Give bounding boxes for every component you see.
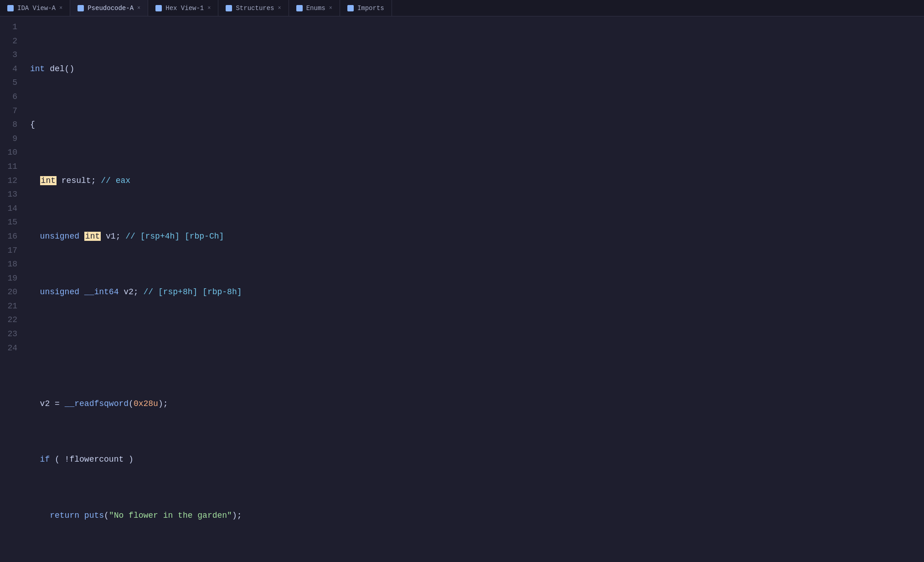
tab-icon-hex: [155, 5, 162, 11]
line-num-19: 19: [4, 271, 17, 286]
code-area: 1 2 3 4 5 6 7 8 9 10 11 12 13 14 15 16 1…: [0, 16, 924, 562]
line-num-9: 9: [4, 132, 17, 146]
line-num-10: 10: [4, 146, 17, 160]
num-0x28u: 0x28u: [134, 399, 158, 408]
comment-rsp4: // [rsp+4h] [rbp-Ch]: [125, 232, 224, 241]
line-num-21: 21: [4, 299, 17, 313]
line-num-23: 23: [4, 327, 17, 341]
keyword-int-highlight-3: int: [40, 176, 57, 185]
tab-icon-ida: [7, 5, 14, 11]
punct-9a: (: [104, 511, 109, 520]
code-line-1: int del(): [30, 62, 917, 76]
keyword-int64-5: __int64: [84, 287, 119, 297]
code-content: int del() { int result; // eax unsigned …: [23, 20, 924, 558]
tab-label-ida: IDA View-A: [17, 5, 56, 12]
tab-bar: IDA View-A × Pseudocode-A × Hex View-1 ×…: [0, 0, 924, 16]
line-num-11: 11: [4, 160, 17, 174]
keyword-return-9: return: [50, 511, 79, 520]
var-v2-assign: v2 =: [40, 399, 65, 408]
tab-close-enums[interactable]: ×: [329, 5, 332, 11]
tab-icon-enums: [296, 5, 303, 11]
line-num-1: 1: [4, 20, 17, 34]
code-line-3: int result; // eax: [30, 174, 917, 188]
var-result-decl: result;: [57, 176, 101, 185]
tab-ida-view[interactable]: IDA View-A ×: [0, 0, 70, 16]
line-num-7: 7: [4, 104, 17, 118]
tab-label-pseudo: Pseudocode-A: [88, 5, 134, 12]
var-v2-decl: v2;: [119, 287, 143, 297]
var-v1-decl: v1;: [101, 232, 125, 241]
keyword-if-8: if: [40, 455, 50, 464]
fn-readfsqword: __readfsqword: [65, 399, 129, 408]
tab-pseudocode[interactable]: Pseudocode-A ×: [70, 0, 148, 16]
line-num-22: 22: [4, 313, 17, 327]
line-num-15: 15: [4, 215, 17, 229]
tab-close-hex[interactable]: ×: [207, 5, 211, 11]
fn-puts-9: puts: [84, 511, 104, 520]
keyword-unsigned-5: unsigned: [40, 287, 79, 297]
code-line-8: if ( !flowercount ): [30, 453, 917, 467]
punct-7b: );: [158, 399, 168, 408]
tab-close-ida[interactable]: ×: [59, 5, 62, 11]
line-num-2: 2: [4, 34, 17, 48]
tab-icon-imports: [347, 5, 354, 11]
line-num-3: 3: [4, 48, 17, 62]
tab-icon-pseudo: [77, 5, 84, 11]
line-num-8: 8: [4, 118, 17, 132]
tab-icon-struct: [226, 5, 232, 11]
line-num-17: 17: [4, 244, 17, 258]
tab-label-enums: Enums: [306, 5, 325, 12]
code-line-6: [30, 341, 917, 355]
tab-label-struct: Structures: [236, 5, 274, 12]
line-num-16: 16: [4, 229, 17, 244]
line-numbers: 1 2 3 4 5 6 7 8 9 10 11 12 13 14 15 16 1…: [0, 20, 23, 558]
code-line-2: {: [30, 118, 917, 132]
line-num-14: 14: [4, 202, 17, 216]
code-line-5: unsigned __int64 v2; // [rsp+8h] [rbp-8h…: [30, 285, 917, 299]
code-line-4: unsigned int v1; // [rsp+4h] [rbp-Ch]: [30, 229, 917, 244]
line-num-24: 24: [4, 341, 17, 355]
tab-imports[interactable]: Imports: [340, 0, 392, 16]
tab-label-hex: Hex View-1: [165, 5, 204, 12]
line-num-4: 4: [4, 62, 17, 76]
keyword-int-highlight-4: int: [84, 232, 101, 241]
keyword-unsigned-4: unsigned: [40, 232, 79, 241]
line-num-20: 20: [4, 285, 17, 299]
punct-7: (: [129, 399, 134, 408]
fn-del: del(): [45, 64, 74, 73]
space-4: [79, 232, 84, 241]
brace-open-1: {: [30, 120, 35, 129]
line-num-5: 5: [4, 76, 17, 90]
code-line-7: v2 = __readfsqword(0x28u);: [30, 397, 917, 411]
punct-9b: );: [232, 511, 242, 520]
comment-eax: // eax: [101, 176, 130, 185]
line-num-13: 13: [4, 187, 17, 202]
tab-enums[interactable]: Enums ×: [289, 0, 340, 16]
tab-structures[interactable]: Structures ×: [218, 0, 289, 16]
space-5: [79, 287, 84, 297]
str-no-flower: "No flower in the garden": [109, 511, 232, 520]
tab-hex-view[interactable]: Hex View-1 ×: [148, 0, 218, 16]
code-line-9: return puts("No flower in the garden");: [30, 509, 917, 523]
space-9: [79, 511, 84, 520]
line-num-12: 12: [4, 174, 17, 188]
line-num-18: 18: [4, 257, 17, 271]
tab-close-pseudo[interactable]: ×: [137, 5, 140, 11]
if-cond-8: ( !flowercount ): [50, 455, 134, 464]
comment-rsp8: // [rsp+8h] [rbp-8h]: [143, 287, 242, 297]
tab-label-imports: Imports: [357, 5, 384, 12]
line-num-6: 6: [4, 90, 17, 104]
tab-close-struct[interactable]: ×: [278, 5, 281, 11]
keyword-int-1: int: [30, 64, 45, 73]
